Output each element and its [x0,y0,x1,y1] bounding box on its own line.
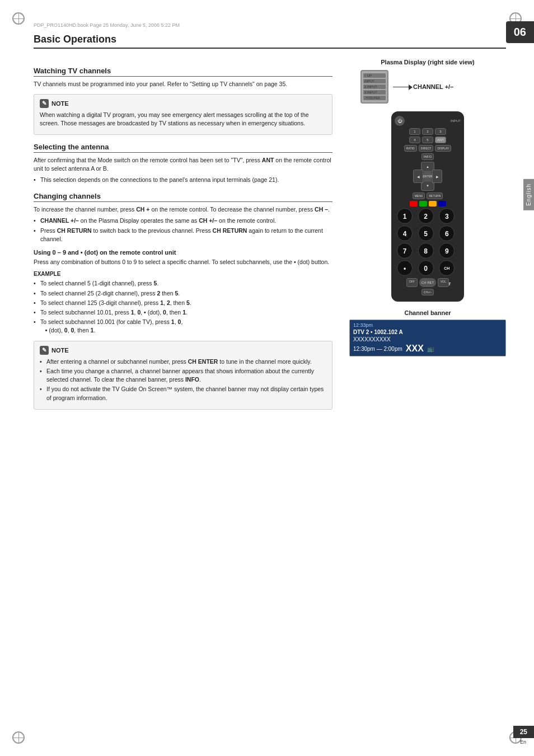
remote-num-6: 6 [439,226,455,241]
note2-bullet-3: If you do not activate the TV Guide On S… [40,385,326,402]
example-bullet-2: To select channel 25 (2-digit channel), … [34,289,332,298]
power-btn: ⏻ [395,116,405,126]
remote-extra-row: MENU RETURN [395,192,461,199]
remote-num-7: 7 [397,243,413,259]
corner-mark-tl [12,12,25,25]
page-title: Basic Operations [34,34,506,49]
input-btn: INPUT [451,119,461,123]
page-number: 25 [513,726,534,738]
header-file: PDP_PRO1140HD.book Page 25 Monday, June … [34,22,180,28]
remote-color-row [395,201,461,206]
remote-num-0: 0 [418,260,434,276]
remote-btn-red [410,201,418,206]
header-bar: PDP_PRO1140HD.book Page 25 Monday, June … [34,22,506,28]
note-content-2: After entering a channel or subchannel n… [40,358,326,402]
channel-banner-title: Channel banner [349,309,506,316]
remote-btn-info: INFO [421,153,434,160]
remote-numpad: 1 2 3 4 5 6 7 8 9 • 0 CHENT [397,208,458,276]
remote-btn-display: DISPLAY [435,145,451,152]
chapter-tab: 06 [506,21,534,43]
changing-channels-body: To increase the channel number, press CH… [34,205,332,214]
remote-btn-vol: VOL [438,278,449,287]
plasma-display-title: Plasma Display (right side view) [349,59,506,65]
plasma-side-panel: ↑ UP INPUT 2 INPUT 3 INPUT ↓TV/SUPER [360,70,388,104]
plasma-side-panel-wrapper: ↑ UP INPUT 2 INPUT 3 INPUT ↓TV/SUPER [360,70,388,104]
selecting-antenna-title: Selecting the antenna [34,143,332,153]
plasma-btn-up: ↑ UP [363,73,386,78]
banner-schedule-text: 12:30pm — 2:00pm [353,346,402,352]
remote-container: ⏻ INPUT 1 2 3 4 5 ANT [349,111,506,302]
changing-channels-title: Changing channels [34,192,332,202]
remote-btn-blue [438,201,446,206]
remote-num-4: 4 [397,226,413,241]
remote-btn-ratio: RATIO [404,145,417,152]
channel-plus-minus-label: CHANNEL +/– [413,83,453,90]
remote-top: ⏻ INPUT [395,116,461,126]
using09-body: Press any combination of buttons 0 to 9 … [34,258,332,266]
plasma-btn-tvsuper: ↓TV/SUPER [363,96,386,100]
selecting-antenna-body: After confirming that the Mode switch on… [34,156,332,173]
note-box-2: ✎ NOTE After entering a channel or subch… [34,341,332,410]
remote-btn-3: 3 [435,128,446,135]
remote-btn-6: ANT [435,137,446,143]
remote-num-chenter: CHENT [439,260,455,276]
remote-num-3: 3 [439,208,455,224]
remote-bottom-row: OFF CH RET VOL [395,278,461,287]
dpad-right: ▶ [432,170,442,183]
channel-label-area: CHANNEL +/– [393,83,453,90]
banner-show: XXX [406,344,424,354]
remote-btn-menu: MENU [413,192,425,199]
selecting-antenna-bullet-1: This selection depends on the connection… [34,176,332,184]
dpad-center: ENTER [422,171,433,182]
channel-banner: 12:33pm DTV 2 • 1002.102 A XXXXXXXXXX 12… [349,320,506,356]
note-header-1: ✎ NOTE [40,99,326,108]
banner-schedule: 12:30pm — 2:00pm XXX 📺 [353,344,502,354]
remote-num-5: 5 [418,226,434,241]
plasma-btn-input2: 2 INPUT [363,84,386,89]
remote-row-util: RATIO DIRECT DISPLAY [395,145,461,152]
remote-row-123: 1 2 3 [395,128,461,135]
remote-btn-1: 1 [409,128,420,135]
banner-dtv: DTV 2 • 1002.102 A [353,329,502,335]
remote-num-9: 9 [439,243,455,259]
using09-title: Using 0 – 9 and • (dot) on the remote co… [34,249,332,256]
remote-btn-direct: DIRECT [419,145,434,152]
remote-dpad-area: ▲ ▼ ◀ ▶ ENTER [395,162,461,191]
remote-btn-2: 2 [422,128,433,135]
banner-icon: 📺 [427,346,434,352]
note-header-2: ✎ NOTE [40,346,326,355]
remote-row-info: INFO [395,153,461,160]
example-bullet-3: To select channel 125 (3-digit channel),… [34,299,332,307]
note2-bullet-1: After entering a channel or subchannel n… [40,358,326,366]
example-bullets: To select channel 5 (1-digit channel), p… [34,279,332,335]
example-bullet-4: To select subchannel 10.01, press 1, 0, … [34,308,332,317]
changing-channels-bullet-2: Press CH RETURN to switch back to the pr… [34,227,332,243]
changing-channels-bullet-1: CHANNEL +/– on the Plasma Display operat… [34,217,332,225]
remote-ch-vol-row: CH+/− [395,289,461,295]
note2-bullet-2: Each time you change a channel, a channe… [40,367,326,384]
page-en: En [520,739,526,745]
channel-arrow-line [393,87,410,87]
remote-num-2: 2 [418,208,434,224]
plasma-btn-input3: 3 INPUT [363,90,386,95]
watching-intro: TV channels must be programmed into your… [34,80,332,88]
banner-channel-name: XXXXXXXXXX [353,336,502,342]
remote-btn-green [419,201,427,206]
note2-bullets: After entering a channel or subchannel n… [40,358,326,402]
remote-control: ⏻ INPUT 1 2 3 4 5 ANT [391,111,464,302]
remote-dpad: ▲ ▼ ◀ ▶ ENTER [413,162,442,191]
changing-channels-bullets: CHANNEL +/– on the Plasma Display operat… [34,217,332,243]
remote-btn-4: 4 [409,137,420,143]
remote-btn-yellow [429,201,437,206]
plasma-btn-input1: INPUT [363,79,386,83]
remote-num-1: 1 [397,208,413,224]
watching-title: Watching TV channels [34,67,332,77]
example-label: EXAMPLE [34,271,332,277]
remote-btn-off: OFF [406,278,418,287]
banner-time: 12:33pm [353,322,502,328]
remote-num-dot: • [397,260,413,276]
remote-row-456ant: 4 5 ANT [395,137,461,143]
example-bullet-1: To select channel 5 (1-digit channel), p… [34,279,332,288]
english-side-label: English [523,179,534,210]
right-column: Plasma Display (right side view) ↑ UP IN… [349,59,506,415]
